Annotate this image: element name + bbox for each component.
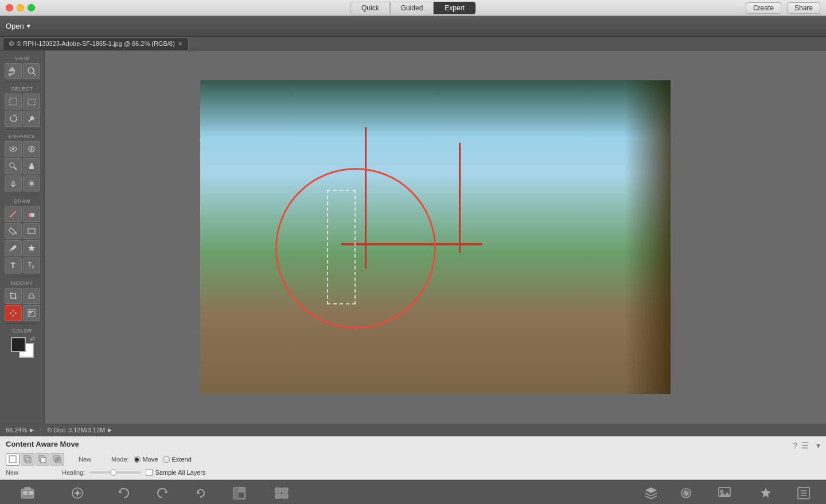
perspective-tool[interactable]: [23, 288, 40, 304]
spot-heal-tool[interactable]: [23, 141, 40, 157]
rotate-icon: [193, 485, 209, 501]
shape-intersect-btn[interactable]: [50, 453, 64, 466]
layout-tool[interactable]: Layout: [221, 482, 257, 504]
help-icon[interactable]: ?: [793, 441, 797, 450]
hand-tool[interactable]: [5, 63, 22, 79]
lasso-tool[interactable]: [5, 111, 22, 127]
svg-rect-26: [9, 456, 16, 463]
healing-slider[interactable]: [89, 471, 141, 474]
share-button[interactable]: Share: [787, 2, 820, 14]
main-layout: VIEW SELECT: [0, 50, 826, 424]
tool-options-tool[interactable]: Tool Options: [52, 482, 103, 504]
more-panel-btn[interactable]: More: [787, 482, 820, 504]
effects-panel-btn[interactable]: fx Effects: [668, 482, 703, 504]
enhance-tools-row2: [5, 158, 40, 174]
doc-info-arrow-icon[interactable]: ▶: [108, 427, 112, 433]
tab-title: © RPH-130323-Adobe-SF-1865-1.jpg @ 66.2%…: [17, 40, 174, 47]
custom-shape-tool[interactable]: [23, 240, 40, 256]
favorites-panel-btn[interactable]: Favorites: [745, 482, 787, 504]
options-expand-icon[interactable]: ▾: [816, 441, 820, 450]
mode-expert[interactable]: Expert: [434, 2, 476, 14]
shape-new-btn[interactable]: [6, 453, 20, 466]
layers-panel-btn[interactable]: Layers: [633, 482, 668, 504]
left-toolbar: VIEW SELECT: [0, 50, 45, 424]
healing-label: Healing:: [62, 469, 85, 476]
paint-bucket-tool[interactable]: [5, 223, 22, 239]
mode-extend-option[interactable]: Extend: [163, 456, 192, 463]
recompose-tool[interactable]: [23, 305, 40, 321]
photo-bin-tool[interactable]: Photo Bin: [6, 482, 49, 504]
svg-marker-42: [197, 491, 200, 494]
swap-colors-icon[interactable]: ⇌: [30, 335, 35, 342]
svg-marker-40: [119, 490, 122, 493]
rectangle-tool[interactable]: [23, 223, 40, 239]
svg-rect-27: [24, 456, 29, 461]
move-radio[interactable]: [134, 456, 141, 463]
section-select-label: SELECT: [11, 86, 33, 92]
document-tab[interactable]: © © RPH-130323-Adobe-SF-1865-1.jpg @ 66.…: [3, 37, 189, 50]
modify-tools-row1: [5, 288, 40, 304]
brush-tool[interactable]: [5, 206, 22, 222]
tree-overlay-top: [200, 80, 671, 138]
bottom-toolbar: Photo Bin Tool Options Undo Redo: [0, 480, 826, 504]
sample-all-layers-checkbox[interactable]: Sample All Layers: [146, 469, 205, 476]
tab-close-button[interactable]: ✕: [178, 41, 182, 47]
healing-slider-thumb[interactable]: [110, 469, 117, 476]
rotate-tool[interactable]: Rotate: [183, 482, 219, 504]
tab-bar: © © RPH-130323-Adobe-SF-1865-1.jpg @ 66.…: [0, 37, 826, 50]
girl-selection-outline: [327, 190, 356, 304]
svg-rect-48: [275, 494, 281, 498]
eye-tool[interactable]: [5, 141, 22, 157]
text-tool[interactable]: T: [5, 257, 22, 274]
minimize-button[interactable]: [17, 4, 24, 11]
marquee-tool[interactable]: [5, 93, 22, 110]
view-tools-row: [5, 63, 40, 79]
crop-tool[interactable]: [5, 288, 22, 304]
eyedropper-tool[interactable]: [5, 240, 22, 256]
text-style-tool[interactable]: Ta: [23, 257, 40, 274]
magic-wand-tool[interactable]: [23, 111, 40, 127]
graphics-panel-btn[interactable]: Graphics: [704, 482, 745, 504]
stamp-tool[interactable]: [23, 158, 40, 174]
rectangular-marquee-tool[interactable]: [23, 93, 40, 110]
extend-radio[interactable]: [163, 456, 170, 463]
more-icon: [796, 485, 812, 501]
svg-rect-28: [26, 458, 31, 463]
clone-stamp-tool[interactable]: [5, 158, 22, 174]
mode-move-option[interactable]: Move: [134, 456, 158, 463]
draw-tools-row1: [5, 206, 40, 222]
content-aware-move-tool[interactable]: [5, 305, 22, 321]
zoom-tool[interactable]: [23, 63, 40, 79]
organizer-tool[interactable]: Organizer: [260, 482, 303, 504]
svg-rect-14: [30, 163, 33, 167]
sample-all-checkbox[interactable]: [146, 469, 153, 476]
select-tools-row1: [5, 93, 40, 110]
shape-add-btn[interactable]: [21, 453, 34, 466]
svg-line-1: [33, 73, 36, 75]
move-radio-inner: [135, 458, 139, 462]
undo-icon: [116, 485, 132, 501]
close-button[interactable]: [6, 4, 13, 11]
svg-point-11: [10, 163, 14, 167]
canvas-image[interactable]: [200, 80, 671, 394]
open-button[interactable]: Open ▼: [6, 22, 32, 30]
mode-quick[interactable]: Quick: [350, 2, 390, 14]
undo-tool[interactable]: Undo: [106, 482, 142, 504]
shape-subtract-btn[interactable]: [36, 453, 49, 466]
maximize-button[interactable]: [28, 4, 35, 11]
create-button[interactable]: Create: [746, 2, 781, 14]
svg-rect-2: [10, 98, 17, 105]
mode-guided[interactable]: Guided: [390, 2, 434, 14]
options-menu-icon[interactable]: ☰: [801, 441, 809, 450]
topbar: Open ▼: [0, 16, 826, 37]
redo-tool[interactable]: Redo: [145, 482, 180, 504]
eraser-tool[interactable]: [23, 206, 40, 222]
svg-rect-44: [233, 487, 239, 499]
dodge-tool[interactable]: [5, 175, 22, 192]
foreground-color-swatch[interactable]: [11, 337, 26, 352]
status-arrow-icon[interactable]: ▶: [30, 427, 34, 433]
blur-tool[interactable]: [23, 175, 40, 192]
options-row-healing: New Healing: Sample All Layers: [6, 469, 820, 476]
title-bar: Quick Guided Expert Create Share: [0, 0, 826, 16]
bottom-right-panels: Layers fx Effects Graphics Favorites: [633, 482, 820, 504]
